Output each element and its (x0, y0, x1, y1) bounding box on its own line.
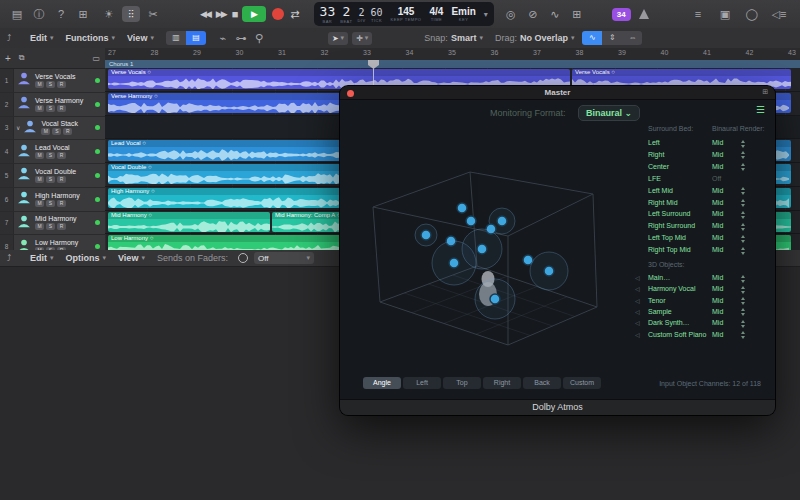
replace-mode-icon[interactable]: ⊘ (524, 6, 542, 22)
list-editors-icon[interactable]: ≡ (689, 6, 707, 22)
solo-button[interactable]: S (46, 105, 55, 112)
record-button[interactable] (272, 8, 284, 20)
track-header-row[interactable]: 6High HarmonyMSR (0, 188, 105, 212)
view-button-top[interactable]: Top (443, 377, 481, 389)
list-view-button[interactable]: ▤ (186, 31, 206, 45)
track-header-row[interactable]: 7Mid HarmonyMSR (0, 212, 105, 236)
bed-channel-value[interactable]: Mid (712, 222, 723, 229)
bed-channel-value[interactable]: Mid (712, 187, 723, 194)
grid-view-button[interactable]: ▥ (166, 31, 186, 45)
bed-channel-value[interactable]: Mid (712, 210, 723, 217)
monitor-icon[interactable]: ▤ (8, 6, 26, 22)
audio-object-dot[interactable] (421, 230, 431, 240)
record-enable-button[interactable]: R (57, 152, 66, 159)
automation-icon[interactable]: ⌁ (214, 30, 232, 46)
key-display[interactable]: Emin KEY (451, 6, 475, 22)
mute-button[interactable]: M (35, 200, 44, 207)
audio-object-dot[interactable] (544, 266, 554, 276)
input-monitor-dot[interactable] (95, 197, 100, 202)
solo-button[interactable]: S (52, 128, 61, 135)
record-enable-button[interactable]: R (57, 223, 66, 230)
audio-region[interactable]: Mid Harmony ○ (108, 212, 270, 232)
solo-button[interactable]: S (46, 200, 55, 207)
view-button-angle[interactable]: Angle (363, 377, 401, 389)
object-value[interactable]: Mid (712, 297, 723, 304)
mixer-menu-view[interactable]: View▾ (118, 253, 145, 263)
duplicate-track-button[interactable]: ⧉ (19, 53, 25, 63)
help-icon[interactable]: ? (52, 6, 70, 22)
audio-object-dot[interactable] (466, 216, 476, 226)
object-value[interactable]: Mid (712, 285, 723, 292)
track-display-button[interactable]: ▭ (92, 54, 100, 63)
input-monitor-dot[interactable] (95, 149, 100, 154)
solo-button[interactable]: S (46, 176, 55, 183)
flex-icon[interactable]: ⊶ (232, 30, 250, 46)
track-header-row[interactable]: 5Vocal DoubleMSR (0, 164, 105, 188)
menu-view[interactable]: View▾ (127, 33, 154, 43)
object-value[interactable]: Mid (712, 274, 723, 281)
monitoring-format-select[interactable]: Binaural ⌄ (578, 105, 640, 121)
view-button-right[interactable]: Right (483, 377, 521, 389)
view-button-back[interactable]: Back (523, 377, 561, 389)
add-window-icon[interactable]: ⊞ (74, 6, 92, 22)
mute-button[interactable]: M (35, 152, 44, 159)
value-stepper[interactable] (740, 199, 747, 207)
cmd-click-tool[interactable]: ✛▾ (352, 32, 372, 45)
value-stepper[interactable] (740, 151, 747, 159)
mixer-back-icon[interactable]: ⤴ (0, 250, 18, 266)
audio-object-dot[interactable] (449, 258, 459, 268)
input-monitor-dot[interactable] (95, 220, 100, 225)
lcd-chevron-icon[interactable]: ▾ (484, 10, 488, 19)
view-button-custom[interactable]: Custom (563, 377, 601, 389)
input-monitor-dot[interactable] (95, 78, 100, 83)
object-list-toggle-icon[interactable]: ☰ (756, 104, 765, 115)
bed-channel-value[interactable]: Mid (712, 163, 723, 170)
scissors-icon[interactable]: ✂ (144, 6, 162, 22)
value-stepper[interactable] (740, 223, 747, 231)
sends-power-icon[interactable] (238, 253, 248, 263)
collaborator-icon[interactable]: ◯ (743, 6, 761, 22)
solo-mode-icon[interactable]: ◎ (502, 6, 520, 22)
solo-button[interactable]: S (46, 223, 55, 230)
add-track-button[interactable]: + (5, 53, 11, 64)
status-badge-purple[interactable]: 34 (612, 8, 631, 21)
input-monitor-dot[interactable] (95, 102, 100, 107)
plugin-titlebar[interactable]: Master ⊞ (340, 86, 775, 100)
catch-icon[interactable]: ⚲ (250, 30, 268, 46)
value-stepper[interactable] (740, 163, 747, 171)
audio-object-dot[interactable] (477, 244, 487, 254)
atmos-3d-view[interactable] (355, 131, 655, 371)
track-header-row[interactable]: 4Lead VocalMSR (0, 140, 105, 164)
value-stepper[interactable] (740, 297, 747, 305)
record-enable-button[interactable]: R (63, 128, 72, 135)
solo-button[interactable]: S (46, 81, 55, 88)
track-header-row[interactable]: 3∨Vocal StackMSR (0, 117, 105, 141)
plugin-link-icon[interactable]: ⊞ (762, 88, 768, 96)
object-value[interactable]: Mid (712, 308, 723, 315)
audio-object-dot[interactable] (490, 294, 500, 304)
input-monitor-dot[interactable] (95, 125, 100, 130)
object-value[interactable]: Mid (712, 319, 723, 326)
marker-strip[interactable]: Chorus 1 (105, 60, 800, 68)
value-stepper[interactable] (740, 211, 747, 219)
value-stepper[interactable] (740, 140, 747, 148)
bed-channel-value[interactable]: Mid (712, 199, 723, 206)
value-stepper[interactable] (740, 275, 747, 283)
zoom-v-button[interactable]: ⇕ (602, 31, 622, 45)
disclosure-chevron-icon[interactable]: ∨ (16, 124, 20, 131)
mixer-icon[interactable]: ⫶⫶ (122, 6, 140, 22)
count-in-icon[interactable]: ⊞ (568, 6, 586, 22)
value-stepper[interactable] (740, 331, 747, 339)
metronome-icon[interactable] (639, 9, 649, 19)
record-enable-button[interactable]: R (57, 81, 66, 88)
mixer-menu-edit[interactable]: Edit▾ (30, 253, 54, 263)
view-button-left[interactable]: Left (403, 377, 441, 389)
record-enable-button[interactable]: R (57, 200, 66, 207)
solo-button[interactable]: S (46, 152, 55, 159)
lcd-display[interactable]: 33BAR2BEAT2DIV60TICK 145 KEEP TEMPO 4/4 … (314, 2, 494, 26)
sends-mode-select[interactable]: Off▾ (254, 252, 314, 264)
output-meter-icon[interactable]: ◁≡ (770, 6, 788, 22)
value-stepper[interactable] (740, 187, 747, 195)
drag-menu[interactable]: Drag:No Overlap▾ (495, 33, 575, 43)
input-monitor-dot[interactable] (95, 244, 100, 249)
